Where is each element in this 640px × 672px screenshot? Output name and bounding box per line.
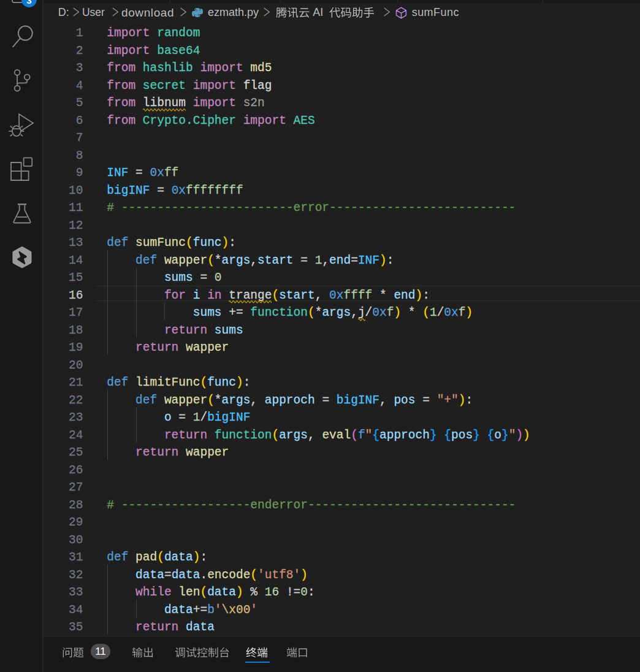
svg-text:3: 3 xyxy=(26,0,31,6)
